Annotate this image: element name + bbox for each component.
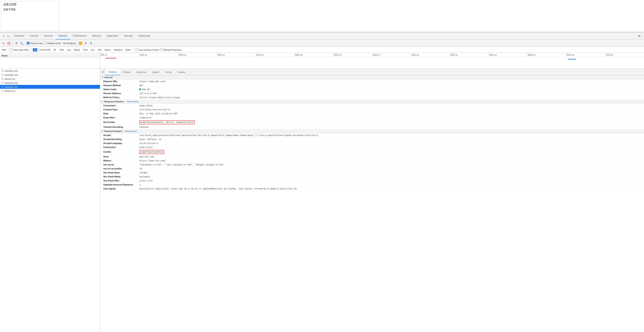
req-hdr-row-13: User-Agent: Mozilla/5.0 (Macintosh; Inte… <box>100 187 644 191</box>
req-hdr-key-5: Host: <box>103 156 139 158</box>
disable-cache-input[interactable] <box>44 42 46 44</box>
tick-3500: 3500 ms <box>333 53 342 57</box>
tab-performance[interactable]: Performance <box>70 32 90 40</box>
response-headers-section-header[interactable]: ▼ Response Headers View source <box>100 100 644 104</box>
blocked-requests-checkbox[interactable]: Blocked Requests <box>160 48 182 51</box>
general-row-3: Remote Address: 127.0.0.1:443 <box>100 92 644 96</box>
request-row-5[interactable]: ☐ favicon.ico <box>0 89 100 93</box>
response-headers-title: Response Headers <box>104 100 124 103</box>
filter-type-other[interactable]: Other <box>124 48 132 52</box>
general-val-4: strict-origin-when-cross-origin <box>139 96 641 99</box>
devtools-tab-bar: ⊹ ▭ Elements Console Sources Network Per… <box>0 32 644 40</box>
general-arrow-icon: ▼ <box>102 76 104 78</box>
search-icon[interactable]: 🔍 <box>20 41 24 45</box>
tab-memory[interactable]: Memory <box>90 32 104 40</box>
general-row-1: Request Method: GET <box>100 84 644 88</box>
resp-val-3: timeout=5 <box>139 116 641 119</box>
tab-elements[interactable]: Elements <box>11 32 27 40</box>
req-hdr-row-1: Accept-Encoding: gzip, deflate, br <box>100 137 644 141</box>
upload-icon[interactable]: ⬆ <box>84 41 88 45</box>
general-row-2: Status Code: 200 OK <box>100 88 644 92</box>
preserve-log-input[interactable] <box>27 42 30 44</box>
tab-sources[interactable]: Sources <box>41 32 56 40</box>
general-key-1: Request Method: <box>103 84 139 86</box>
filter-type-all[interactable]: All <box>33 48 37 52</box>
filter-type-fetch[interactable]: Fetch/XHR <box>38 48 51 52</box>
tab-security[interactable]: Security <box>121 32 135 40</box>
response-view-source-link[interactable]: View source <box>126 100 138 103</box>
disable-cache-checkbox[interactable]: Disable cache <box>44 42 61 44</box>
detail-tab-timing[interactable]: Timing <box>162 69 174 75</box>
has-blocked-cookies-label: Has blocked cookies <box>139 49 159 51</box>
clear-button[interactable]: 🚫 <box>7 41 11 45</box>
detail-close-button[interactable]: ✕ <box>100 69 106 75</box>
req-hdr-val-10: navigate <box>139 176 641 178</box>
resp-val-4: name=haochuan9421; Secure; SameSite=None <box>139 120 641 124</box>
request-row-0[interactable]: ☐ www.foo.com <box>0 69 100 73</box>
timeline-waterfall[interactable]: 500 ms 1000 ms 1500 ms 2000 ms 2500 ms 3… <box>100 53 644 69</box>
req-hdr-val-4: name=haochuan9421 <box>139 150 641 154</box>
req-hdr-val-3: keep-alive <box>139 146 641 148</box>
filter-type-doc[interactable]: Doc <box>90 48 96 52</box>
request-arrow-icon: ▼ <box>102 130 104 132</box>
page-subtitle: 这是子页面 <box>4 8 57 11</box>
tab-lighthouse[interactable]: Lighthouse <box>135 32 153 40</box>
request-view-source-link[interactable]: View source <box>125 130 137 132</box>
inspect-icon[interactable]: ⊹ <box>2 34 6 38</box>
req-hdr-key-12: Upgrade-Insecure-Requests: <box>103 184 139 186</box>
tab-network[interactable]: Network <box>56 32 70 40</box>
blocked-requests-input[interactable] <box>160 48 163 51</box>
filter-type-ws[interactable]: WS <box>97 48 102 52</box>
req-hdr-val-6: https://www.foo.com/ <box>139 160 641 162</box>
devtools-icons: ⊹ ▭ <box>1 34 11 38</box>
filter-type-css[interactable]: CSS <box>58 48 65 52</box>
general-section-header[interactable]: ▼ General <box>100 75 644 80</box>
filter-type-img[interactable]: Img <box>66 48 72 52</box>
request-list-header: Name <box>0 54 100 58</box>
timeline-bars <box>100 57 644 69</box>
tab-application[interactable]: Application <box>104 32 121 40</box>
resp-key-4: Set-Cookie: <box>103 121 139 123</box>
filter-type-font[interactable]: Font <box>82 48 88 52</box>
hide-data-urls-input[interactable] <box>10 48 13 51</box>
devtools-close-button[interactable]: ✕ <box>636 34 642 38</box>
resp-val-2: Mon, 17 May 2021 10:55:23 GMT <box>139 112 641 115</box>
resp-key-5: Transfer-Encoding: <box>103 126 139 128</box>
request-headers-section-header[interactable]: ▼ Request Headers View source <box>100 129 644 133</box>
hide-data-urls-checkbox[interactable]: Hide data URLs <box>10 48 29 51</box>
record-button[interactable]: ● <box>2 41 6 45</box>
throttle-dropdown[interactable]: No throttling ▾ <box>62 42 77 45</box>
wifi-icon[interactable]: 📶 <box>78 41 82 45</box>
has-blocked-cookies-input[interactable] <box>136 48 138 51</box>
download-icon[interactable]: ⬇ <box>89 41 93 45</box>
request-row-4[interactable]: ☐ www.bar.com <box>0 85 100 89</box>
tick-2500: 2500 ms <box>256 53 264 57</box>
req-hdr-row-3: Connection: keep-alive <box>100 146 644 150</box>
req-hdr-key-9: Sec-Fetch-Dest: <box>103 172 139 174</box>
req-hdr-row-7: sec-ch-ua: "Chromium";v="92", " Not A;Br… <box>100 163 644 167</box>
request-row-1[interactable]: ☐ www.bar.com <box>0 73 100 77</box>
has-blocked-cookies-checkbox[interactable]: Has blocked cookies <box>136 48 159 51</box>
req-hdr-key-6: Referer: <box>103 160 139 162</box>
filter-type-js[interactable]: JS <box>52 48 57 52</box>
request-row-2[interactable]: ☐ favicon.ico <box>0 77 100 81</box>
filter-icon[interactable]: ⚗ <box>14 41 18 45</box>
detail-tab-preview[interactable]: Preview <box>120 69 134 75</box>
req-name-1: www.bar.com <box>5 74 98 76</box>
filter-type-wasm[interactable]: Wasm <box>104 48 112 52</box>
req-hdr-val-5: www.bar.com <box>139 156 641 158</box>
tab-console[interactable]: Console <box>27 32 41 40</box>
detail-tab-headers[interactable]: Headers <box>106 69 120 75</box>
preserve-log-checkbox[interactable]: Preserve log <box>27 42 43 44</box>
detail-tab-cookies[interactable]: Cookies <box>174 69 188 75</box>
filter-type-manifest[interactable]: Manifest <box>113 48 123 52</box>
detail-tab-initiator[interactable]: Initiator <box>149 69 162 75</box>
general-key-2: Status Code: <box>103 88 139 90</box>
req-checkbox-2: ☐ <box>2 78 5 80</box>
resp-row-1: Content-Type: text/html;charset=utf-8 <box>100 108 644 112</box>
detail-tab-response[interactable]: Response <box>134 69 150 75</box>
filter-row: Filter Hide data URLs All Fetch/XHR JS C… <box>0 47 644 53</box>
request-row-3[interactable]: ☐ www.foo.com <box>0 81 100 85</box>
device-icon[interactable]: ▭ <box>6 34 10 38</box>
filter-type-media[interactable]: Media <box>73 48 81 52</box>
